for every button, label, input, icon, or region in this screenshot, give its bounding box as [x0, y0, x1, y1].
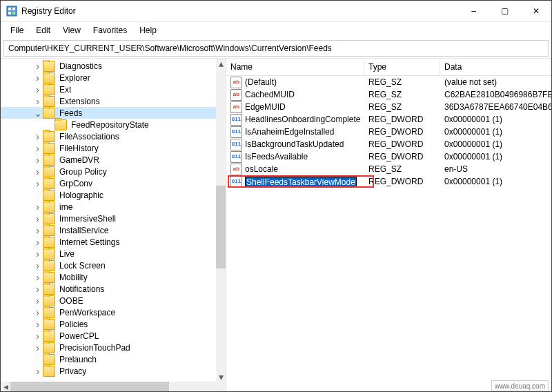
svg-rect-3 [8, 12, 11, 14]
value-data: 0x00000001 (1) [440, 115, 551, 124]
title-bar[interactable]: Registry Editor – ▢ ✕ [1, 1, 551, 22]
value-row[interactable]: 011IsFeedsAvailableREG_DWORD0x00000001 (… [226, 150, 551, 163]
chevron-right-icon[interactable]: › [32, 202, 43, 212]
chevron-right-icon[interactable]: › [32, 85, 43, 95]
chevron-right-icon[interactable]: › [32, 261, 43, 271]
chevron-right-icon[interactable]: › [32, 366, 43, 376]
tree-item[interactable]: ›Diagnostics [1, 60, 216, 72]
tree-item[interactable]: ›PenWorkspace [1, 306, 216, 318]
chevron-right-icon[interactable]: › [32, 73, 43, 83]
chevron-right-icon[interactable]: › [32, 144, 43, 153]
chevron-right-icon[interactable]: › [32, 296, 43, 306]
tree-item[interactable]: ›ime [1, 201, 216, 213]
menu-help[interactable]: Help [134, 24, 162, 37]
tree-item[interactable]: ⌄Feeds [1, 107, 216, 119]
tree-item[interactable]: ›Notifications [1, 283, 216, 295]
tree-item-label: ImmersiveShell [58, 214, 117, 224]
scrollbar-thumb[interactable] [216, 186, 226, 268]
folder-icon [43, 307, 55, 318]
column-type[interactable]: Type [364, 59, 440, 75]
chevron-right-icon[interactable]: › [32, 214, 43, 224]
chevron-right-icon[interactable]: › [32, 167, 43, 177]
scroll-left-icon[interactable]: ◂ [1, 382, 10, 391]
tree-item[interactable]: ›GrpConv [1, 177, 216, 189]
column-name[interactable]: Name [226, 59, 364, 75]
tree-item[interactable]: ›FileAssociations [1, 130, 216, 142]
tree-item[interactable]: Prelaunch [1, 353, 216, 365]
tree-item[interactable]: ›Policies [1, 318, 216, 330]
chevron-right-icon[interactable]: › [32, 284, 43, 294]
minimize-button[interactable]: – [458, 1, 489, 21]
tree-vertical-scrollbar[interactable]: ▴ ▾ [216, 59, 226, 382]
binary-value-icon: 011 [230, 126, 242, 138]
value-name: (Default) [245, 77, 277, 87]
binary-value-icon: 011 [230, 176, 242, 188]
address-bar[interactable]: Computer\HKEY_CURRENT_USER\Software\Micr… [3, 40, 549, 57]
tree-item[interactable]: FeedRepositoryState [1, 119, 216, 130]
chevron-right-icon[interactable]: › [32, 320, 43, 329]
value-row[interactable]: abEdgeMUIDREG_SZ36D3A6787EEA66740E04B6D [226, 101, 551, 113]
scroll-up-icon[interactable]: ▴ [216, 59, 226, 68]
chevron-right-icon[interactable]: › [32, 226, 43, 235]
tree-item[interactable]: ›InstallService [1, 224, 216, 236]
scroll-down-icon[interactable]: ▾ [216, 372, 226, 382]
tree-item[interactable]: ›Lock Screen [1, 259, 216, 271]
menu-file[interactable]: File [5, 24, 29, 37]
chevron-right-icon[interactable]: › [32, 343, 43, 353]
tree-item[interactable]: ›Extensions [1, 95, 216, 107]
chevron-down-icon[interactable]: ⌄ [32, 108, 43, 118]
value-row[interactable]: ab(Default)REG_SZ(value not set) [226, 76, 551, 88]
value-name: osLocale [245, 164, 278, 174]
chevron-right-icon[interactable]: › [32, 132, 43, 141]
tree-item[interactable]: ›OOBE [1, 295, 216, 306]
chevron-right-icon[interactable]: › [32, 331, 43, 341]
value-row[interactable]: abosLocaleREG_SZen-US [226, 163, 551, 175]
folder-icon [43, 225, 55, 236]
tree-item[interactable]: ›FileHistory [1, 142, 216, 154]
close-button[interactable]: ✕ [520, 1, 551, 21]
tree-item[interactable]: ›PrecisionTouchPad [1, 342, 216, 353]
tree-item[interactable]: ›ImmersiveShell [1, 213, 216, 224]
chevron-right-icon[interactable]: › [32, 237, 43, 247]
maximize-button[interactable]: ▢ [489, 1, 520, 21]
tree-item[interactable]: ›Mobility [1, 271, 216, 283]
value-row[interactable]: abCachedMUIDREG_SZC62BAE2810B0496986B7FB… [226, 88, 551, 101]
tree-item[interactable]: ›Group Policy [1, 166, 216, 177]
chevron-right-icon[interactable]: › [32, 61, 43, 71]
chevron-right-icon[interactable]: › [32, 273, 43, 282]
column-data[interactable]: Data [440, 59, 551, 75]
scrollbar-thumb[interactable] [10, 382, 169, 391]
menu-favorites[interactable]: Favorites [88, 24, 132, 37]
value-row[interactable]: 011HeadlinesOnboardingCompleteREG_DWORD0… [226, 113, 551, 126]
tree-item[interactable]: ›Ext [1, 84, 216, 95]
chevron-right-icon[interactable]: › [32, 97, 43, 106]
value-name-cell: abCachedMUID [226, 89, 364, 101]
tree-item[interactable]: ›Privacy [1, 365, 216, 377]
tree-item-label: Extensions [58, 97, 101, 106]
chevron-right-icon[interactable]: › [32, 308, 43, 317]
values-list[interactable]: ab(Default)REG_SZ(value not set)abCached… [226, 76, 551, 391]
chevron-right-icon[interactable]: › [32, 179, 43, 188]
tree-item[interactable]: ›Live [1, 248, 216, 259]
menu-edit[interactable]: Edit [30, 24, 56, 37]
tree-item[interactable]: ›Explorer [1, 72, 216, 84]
tree-item[interactable]: Holographic [1, 189, 216, 201]
menu-view[interactable]: View [57, 24, 86, 37]
value-name-cell: 011IsFeedsAvailable [226, 151, 364, 163]
value-row[interactable]: 011IsBackgroundTaskUpdatedREG_DWORD0x000… [226, 138, 551, 150]
tree-horizontal-scrollbar[interactable]: ◂ ▸ [1, 382, 226, 391]
value-row[interactable]: 011IsAnaheimEdgeInstalledREG_DWORD0x0000… [226, 126, 551, 138]
tree-item[interactable]: ›Internet Settings [1, 236, 216, 248]
tree-item[interactable]: ›PowerCPL [1, 330, 216, 342]
folder-icon [43, 178, 55, 189]
registry-tree[interactable]: ›Diagnostics›Explorer›Ext›Extensions⌄Fee… [1, 60, 216, 382]
value-name-edit[interactable]: ShellFeedsTaskbarViewMode [245, 177, 357, 187]
value-type: REG_DWORD [364, 139, 440, 149]
address-text: Computer\HKEY_CURRENT_USER\Software\Micr… [8, 43, 332, 53]
chevron-right-icon[interactable]: › [32, 155, 43, 165]
value-row[interactable]: 011ShellFeedsTaskbarViewModeREG_DWORD0x0… [226, 175, 551, 188]
tree-item[interactable]: ›GameDVR [1, 154, 216, 166]
folder-icon [43, 108, 55, 119]
chevron-right-icon[interactable]: › [32, 249, 43, 259]
tree-item-label: GameDVR [58, 155, 101, 165]
